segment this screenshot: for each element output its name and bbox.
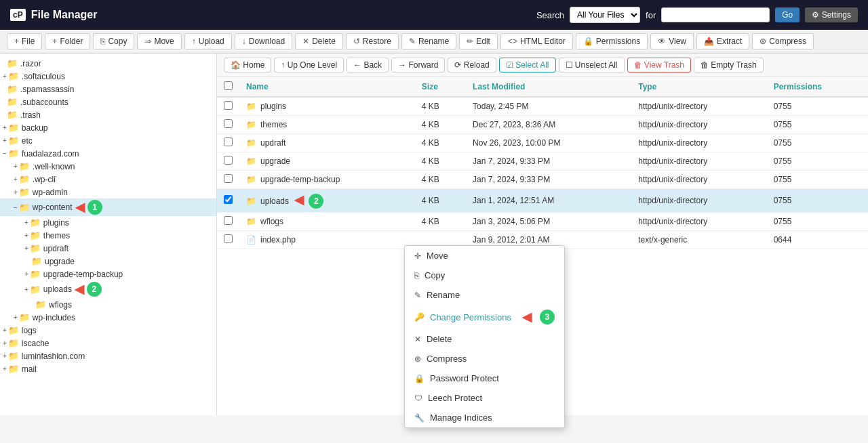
sidebar-item-luminfashion[interactable]: + 📁 luminfashion.com (0, 350, 216, 362)
html-editor-button[interactable]: <>HTML Editor (500, 33, 573, 49)
go-button[interactable]: Go (775, 7, 800, 22)
col-modified[interactable]: Last Modified (466, 77, 631, 97)
context-menu-item-copy[interactable]: ⎘Copy (405, 266, 564, 285)
table-row[interactable]: 📁updraft 4 KB Nov 26, 2023, 10:00 PM htt… (217, 134, 868, 152)
upload-button[interactable]: ↑Upload (184, 33, 232, 49)
sidebar-item-wp-admin[interactable]: + 📁 wp-admin (0, 186, 216, 198)
context-menu-item-manage-indices[interactable]: 🔧Manage Indices (405, 408, 564, 415)
row-name[interactable]: 📁themes (239, 116, 415, 134)
toggle-etc[interactable]: + (3, 137, 7, 144)
row-checkbox[interactable] (224, 138, 233, 146)
row-name[interactable]: 📁wflogs (239, 213, 415, 231)
sidebar-item-wp-includes[interactable]: + 📁 wp-includes (0, 311, 216, 324)
toggle-plugins[interactable]: + (24, 219, 28, 226)
context-menu-item-delete[interactable]: ✕Delete (405, 329, 564, 349)
restore-button[interactable]: ↺Restore (346, 33, 399, 49)
table-row[interactable]: 📁plugins 4 KB Today, 2:45 PM httpd/unix-… (217, 97, 868, 116)
new-file-button[interactable]: +File (7, 33, 42, 49)
sidebar-item-etc[interactable]: + 📁 etc (0, 134, 216, 147)
download-button[interactable]: ↓Download (235, 33, 292, 49)
table-row[interactable]: 📁upgrade 4 KB Jan 7, 2024, 9:33 PM httpd… (217, 152, 868, 171)
row-name[interactable]: 📁upgrade (239, 152, 415, 171)
forward-button[interactable]: → Forward (391, 58, 445, 72)
sidebar-item-wflogs[interactable]: 📁 wflogs (0, 298, 216, 311)
col-permissions[interactable]: Permissions (767, 77, 868, 97)
sidebar-item-backup[interactable]: + 📁 backup (0, 121, 216, 134)
view-button[interactable]: 👁View (650, 33, 694, 49)
up-one-level-button[interactable]: ↑ Up One Level (274, 58, 344, 72)
home-button[interactable]: 🏠 Home (224, 58, 271, 72)
context-menu-item-rename[interactable]: ✎Rename (405, 285, 564, 305)
toggle-lscache[interactable]: + (3, 339, 7, 347)
row-name[interactable]: 📁uploads◀ 2 (239, 189, 415, 213)
table-row[interactable]: 📁themes 4 KB Dec 27, 2023, 8:36 AM httpd… (217, 116, 868, 134)
context-menu-item-password-protect[interactable]: 🔒Password Protect (405, 368, 564, 388)
row-checkbox[interactable] (224, 234, 233, 243)
sidebar-item-subaccounts[interactable]: 📁 .subaccounts (0, 96, 216, 108)
toggle-wp-cli[interactable]: + (14, 175, 18, 183)
back-button[interactable]: ← Back (347, 58, 389, 72)
move-button[interactable]: ⇒Move (137, 33, 181, 49)
compress-button[interactable]: ⊛Compress (752, 33, 814, 49)
toggle-well-known[interactable]: + (14, 163, 18, 170)
sidebar-item-logs[interactable]: + 📁 logs (0, 324, 216, 337)
toggle-upgrade-temp[interactable]: + (24, 270, 28, 278)
sidebar-item-plugins[interactable]: + 📁 plugins (0, 216, 216, 229)
rename-button[interactable]: ✎Rename (401, 33, 456, 49)
row-name[interactable]: 📄index.php (239, 231, 415, 249)
settings-button[interactable]: ⚙ Settings (805, 7, 858, 22)
row-checkbox[interactable] (224, 119, 233, 128)
context-menu-item-compress[interactable]: ⊛Compress (405, 349, 564, 368)
sidebar-item-lscache[interactable]: + 📁 lscache (0, 337, 216, 350)
context-menu-item-change-permissions[interactable]: 🔑Change Permissions◀ 3 (405, 305, 564, 329)
sidebar-item-wp-cli[interactable]: + 📁 .wp-cli (0, 173, 216, 186)
toggle-uploads[interactable]: + (24, 286, 28, 293)
sidebar-item-fuadalazad[interactable]: − 📁 fuadalazad.com (0, 147, 216, 160)
edit-button[interactable]: ✏Edit (459, 33, 498, 49)
sidebar-item-upgrade[interactable]: 📁 upgrade (0, 255, 216, 268)
empty-trash-button[interactable]: 🗑 Empty Trash (694, 58, 764, 72)
table-row[interactable]: 📁wflogs 4 KB Jan 3, 2024, 5:06 PM httpd/… (217, 213, 868, 231)
row-checkbox[interactable] (224, 101, 233, 110)
toggle-fuadalazad[interactable]: − (3, 150, 7, 157)
row-checkbox[interactable] (224, 216, 233, 225)
col-size[interactable]: Size (415, 77, 466, 97)
permissions-button[interactable]: 🔒Permissions (576, 33, 648, 49)
sidebar-item-mail[interactable]: + 📁 mail (0, 362, 216, 375)
toggle-wp-content[interactable]: − (14, 204, 18, 211)
toggle-logs[interactable]: + (3, 326, 7, 334)
toggle-wp-admin[interactable]: + (14, 188, 18, 196)
row-checkbox[interactable] (224, 156, 233, 165)
row-name[interactable]: 📁upgrade-temp-backup (239, 171, 415, 189)
row-checkbox[interactable] (224, 174, 233, 183)
toggle-softaculous[interactable]: + (3, 72, 7, 80)
sidebar-item-softaculous[interactable]: + 📁 .softaculous (0, 70, 216, 83)
table-row[interactable]: 📁uploads◀ 2 4 KB Jan 1, 2024, 12:51 AM h… (217, 189, 868, 213)
row-name[interactable]: 📁plugins (239, 97, 415, 116)
extract-button[interactable]: 📤Extract (696, 33, 749, 49)
context-menu-item-leech-protect[interactable]: 🛡Leech Protect (405, 388, 564, 408)
toggle-mail[interactable]: + (3, 365, 7, 373)
row-checkbox[interactable] (224, 195, 233, 204)
col-name[interactable]: Name (239, 77, 415, 97)
sidebar-item-upgrade-temp[interactable]: + 📁 upgrade-temp-backup (0, 268, 216, 280)
unselect-all-button[interactable]: ☐ Unselect All (559, 58, 625, 72)
table-row[interactable]: 📁upgrade-temp-backup 4 KB Jan 7, 2024, 9… (217, 171, 868, 189)
sidebar-item-well-known[interactable]: + 📁 .well-known (0, 160, 216, 173)
delete-button[interactable]: ✕Delete (295, 33, 343, 49)
context-menu-item-move[interactable]: ✛Move (405, 246, 564, 266)
toggle-themes[interactable]: + (24, 232, 28, 239)
toggle-wp-includes[interactable]: + (14, 314, 18, 321)
sidebar-item-razor[interactable]: 📁 .razor (0, 57, 216, 70)
toggle-backup[interactable]: + (3, 124, 7, 131)
sidebar-item-trash[interactable]: 📁 .trash (0, 108, 216, 121)
toggle-updraft[interactable]: + (24, 245, 28, 252)
sidebar-item-wp-content[interactable]: − 📁 wp-content ◀ 1 (0, 198, 216, 216)
toggle-luminfashion[interactable]: + (3, 352, 7, 360)
select-all-checkbox[interactable] (224, 81, 233, 90)
view-trash-button[interactable]: 🗑 View Trash (627, 58, 691, 72)
col-type[interactable]: Type (631, 77, 766, 97)
sidebar-item-uploads[interactable]: + 📁 uploads ◀ 2 (0, 280, 216, 298)
new-folder-button[interactable]: +Folder (45, 33, 90, 49)
search-scope-select[interactable]: All Your Files (570, 7, 640, 23)
